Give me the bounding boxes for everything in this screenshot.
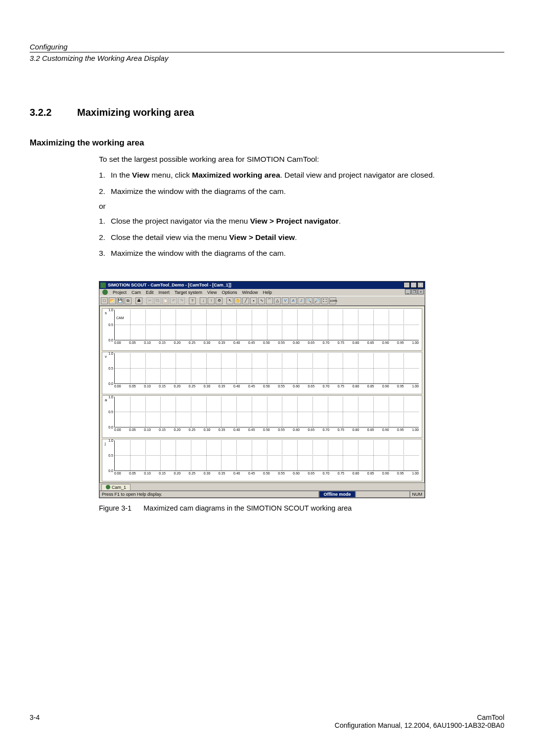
x-tick-label: 0.90 [382, 428, 389, 431]
menu-project[interactable]: Project [113, 290, 127, 295]
x-tick-label: 0.35 [219, 341, 225, 344]
x-tick-label: 0.20 [174, 428, 180, 431]
x-tick-label: 0.15 [159, 428, 166, 431]
new-icon[interactable]: □ [101, 297, 108, 304]
chart-axis-label: v [105, 354, 107, 359]
x-tick-label: 0.40 [233, 472, 240, 475]
gridline-vertical [312, 353, 313, 383]
header-section-ref: 3.2 Customizing the Working Area Display [30, 54, 504, 62]
delete-icon[interactable]: △ [274, 297, 281, 304]
x-tick-label: 0.75 [338, 472, 345, 475]
gridline-vertical [373, 310, 374, 340]
x-tick-label: 0.50 [263, 472, 270, 475]
x-tick-label: 0.70 [323, 472, 330, 475]
save-icon[interactable]: 💾 [117, 297, 124, 304]
x-tick-label: 0.50 [263, 384, 270, 388]
gridline-vertical [191, 353, 191, 383]
x-tick-label: 0.60 [293, 472, 300, 475]
plot-area[interactable]: 0.00.51.0 [114, 353, 419, 384]
gridline-vertical [358, 440, 358, 471]
document-page: Configuring 3.2 Customizing the Working … [0, 0, 534, 756]
menu-edit[interactable]: Edit [146, 290, 154, 295]
x-tick-label: 0.10 [144, 384, 151, 388]
menu-window[interactable]: Window [242, 290, 258, 295]
mdi-restore-button[interactable]: ❐ [411, 289, 417, 294]
mdi-minimize-button[interactable]: _ [405, 289, 411, 294]
undo-icon[interactable]: ↶ [170, 297, 177, 304]
plot-area[interactable]: 0.00.51.0 [114, 397, 419, 427]
plot-area[interactable]: 0.00.51.0 [114, 310, 419, 340]
x-tick-label: 0.30 [204, 341, 211, 344]
gridline-vertical [358, 310, 358, 340]
x-tick-label: 0.55 [278, 472, 285, 475]
x-tick-label: 0.85 [367, 384, 374, 388]
gridline-vertical [145, 310, 146, 340]
line-icon[interactable]: ╱ [242, 297, 249, 304]
x-tick-label: 0.00 [114, 384, 121, 388]
x-tick-label: 0.20 [174, 472, 180, 475]
compile-icon[interactable]: ⚙ [216, 297, 222, 304]
mdi-close-button[interactable]: × [418, 289, 424, 294]
chart-annotation-cam: CAM [116, 316, 124, 320]
maximize-button[interactable]: □ [410, 282, 417, 288]
menu-options[interactable]: Options [222, 290, 237, 295]
toolbar: □ 📂 💾 ⧉ 🖶 ✂ ⿻ 📋 ↶ ↷ ? ↓ ↑ ⚙ ↖ ✋ [99, 296, 425, 306]
header-rule [30, 52, 504, 52]
curve2-icon[interactable]: ⌒ [266, 297, 273, 304]
x-tick-label: 0.95 [397, 428, 404, 431]
copy-icon[interactable]: ⿻ [154, 297, 161, 304]
gridline-vertical [328, 353, 328, 383]
open-icon[interactable]: 📂 [109, 297, 116, 304]
cut-icon[interactable]: ✂ [146, 297, 153, 304]
download-icon[interactable]: ↓ [200, 297, 207, 304]
print-icon[interactable]: 🖶 [135, 297, 142, 304]
close-button[interactable]: × [417, 282, 424, 288]
x-tick-label: 0.00 [114, 472, 121, 475]
hand-icon[interactable]: ✋ [234, 297, 241, 304]
gridline-vertical [267, 397, 267, 427]
minimize-button[interactable]: _ [403, 282, 410, 288]
zoom-100-icon[interactable]: 100% [329, 297, 336, 304]
gridline-vertical [130, 353, 131, 383]
help-icon[interactable]: ? [189, 297, 196, 304]
menu-cam[interactable]: Cam [132, 290, 141, 295]
ordered-list-1: 1. In the View menu, click Maximized wor… [99, 170, 504, 197]
paste-icon[interactable]: 📋 [162, 297, 169, 304]
gridline-vertical [403, 440, 404, 471]
redo-icon[interactable]: ↷ [178, 297, 185, 304]
gridline-vertical [312, 397, 313, 427]
document-tab-row: Cam_1 [99, 483, 425, 490]
zoom-out-icon[interactable]: 🔎 [313, 297, 320, 304]
zoom-in-icon[interactable]: 🔍 [306, 297, 312, 304]
x-tick-label: 0.35 [219, 428, 225, 431]
italic-j-icon[interactable]: J [298, 297, 305, 304]
x-tick-row: 0.000.050.100.150.200.250.300.350.400.45… [114, 341, 419, 344]
list2-item-1: 1. Close the project navigator via the m… [99, 216, 504, 227]
save-all-icon[interactable]: ⧉ [125, 297, 132, 304]
y-tick-label: 0.5 [108, 410, 115, 414]
tab-doc-icon [106, 485, 110, 489]
figure-caption: Figure 3-1 Maximized cam diagrams in the… [99, 504, 504, 512]
italic-a-icon[interactable]: A [290, 297, 297, 304]
plot-area[interactable]: 0.00.51.0 [114, 440, 419, 471]
document-tab-cam1[interactable]: Cam_1 [101, 484, 131, 490]
menu-targetsystem[interactable]: Target system [175, 290, 202, 295]
body-block: To set the largest possible working area… [99, 154, 504, 259]
mini-chart-v: v0.00.51.00.000.050.100.150.200.250.300.… [102, 352, 422, 394]
upload-icon[interactable]: ↑ [208, 297, 215, 304]
x-tick-label: 0.45 [248, 341, 255, 344]
italic-v-icon[interactable]: V [282, 297, 289, 304]
menu-help[interactable]: Help [263, 290, 272, 295]
x-tick-label: 0.80 [353, 428, 359, 431]
window-titlebar: SIMOTION SCOUT - CamTool_Demo - [CamTool… [99, 282, 425, 289]
x-tick-label: 0.60 [293, 384, 300, 388]
zoom-fit-icon[interactable]: ⛶ [321, 297, 328, 304]
curve1-icon[interactable]: ∿ [258, 297, 265, 304]
menu-view[interactable]: View [207, 290, 217, 295]
point-icon[interactable]: • [250, 297, 257, 304]
menu-insert[interactable]: Insert [159, 290, 170, 295]
pointer-icon[interactable]: ↖ [226, 297, 233, 304]
x-tick-label: 0.50 [263, 428, 270, 431]
x-tick-label: 0.05 [129, 428, 136, 431]
status-offline: Offline mode [319, 491, 355, 498]
